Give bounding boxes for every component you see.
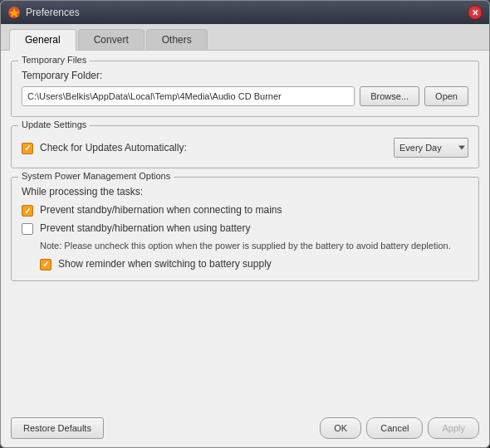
folder-input[interactable] (22, 86, 355, 106)
cancel-button[interactable]: Cancel (366, 417, 423, 439)
tab-convert[interactable]: Convert (78, 29, 145, 50)
temp-files-group: Temporary Files Temporary Folder: Browse… (11, 61, 479, 117)
close-button[interactable]: ✕ (468, 5, 483, 20)
apply-button[interactable]: Apply (428, 417, 479, 439)
title-bar: Preferences ✕ (1, 1, 489, 24)
reminder-label: Show reminder when switching to battery … (58, 258, 272, 271)
ok-button[interactable]: OK (320, 417, 361, 439)
temp-files-label: Temporary Files (18, 55, 90, 65)
browse-button[interactable]: Browse... (360, 86, 419, 106)
open-button[interactable]: Open (424, 86, 468, 106)
restore-defaults-button[interactable]: Restore Defaults (11, 417, 104, 439)
tab-others[interactable]: Others (146, 29, 208, 50)
check-updates-label: Check for Updates Automatically: (40, 142, 387, 153)
reminder-checkbox[interactable] (40, 259, 51, 270)
tab-content: Temporary Files Temporary Folder: Browse… (1, 51, 489, 411)
app-icon (7, 6, 21, 19)
mains-checkbox-row: Prevent standby/hibernation when connect… (22, 204, 468, 217)
battery-checkbox-row: Prevent standby/hibernation when using b… (22, 222, 468, 236)
auto-update-checkbox[interactable] (22, 143, 33, 154)
mains-label: Prevent standby/hibernation when connect… (40, 204, 282, 217)
update-settings-label: Update Settings (18, 119, 90, 129)
reminder-checkbox-row: Show reminder when switching to battery … (40, 258, 468, 271)
battery-label: Prevent standby/hibernation when using b… (40, 222, 251, 236)
note-text: Note: Please uncheck this option when th… (40, 240, 468, 252)
frequency-dropdown[interactable]: Every Day Every Week Every Month Never (394, 138, 468, 158)
action-buttons: OK Cancel Apply (320, 417, 479, 439)
power-management-group: System Power Management Options While pr… (11, 177, 479, 281)
update-settings-group: Update Settings Check for Updates Automa… (11, 125, 479, 168)
power-management-label: System Power Management Options (18, 171, 174, 181)
folder-label: Temporary Folder: (22, 70, 468, 81)
preferences-window: Preferences ✕ General Convert Others Tem… (0, 0, 490, 448)
frequency-wrapper: Every Day Every Week Every Month Never (394, 138, 468, 158)
window-title: Preferences (26, 7, 463, 18)
folder-row: Browse... Open (22, 86, 468, 106)
mains-checkbox[interactable] (22, 205, 33, 217)
while-label: While processing the tasks: (22, 186, 468, 197)
bottom-row: Restore Defaults OK Cancel Apply (1, 411, 489, 447)
tabs-row: General Convert Others (1, 24, 489, 51)
update-row: Check for Updates Automatically: Every D… (22, 138, 468, 158)
tab-general[interactable]: General (9, 29, 76, 51)
battery-checkbox[interactable] (22, 223, 33, 235)
